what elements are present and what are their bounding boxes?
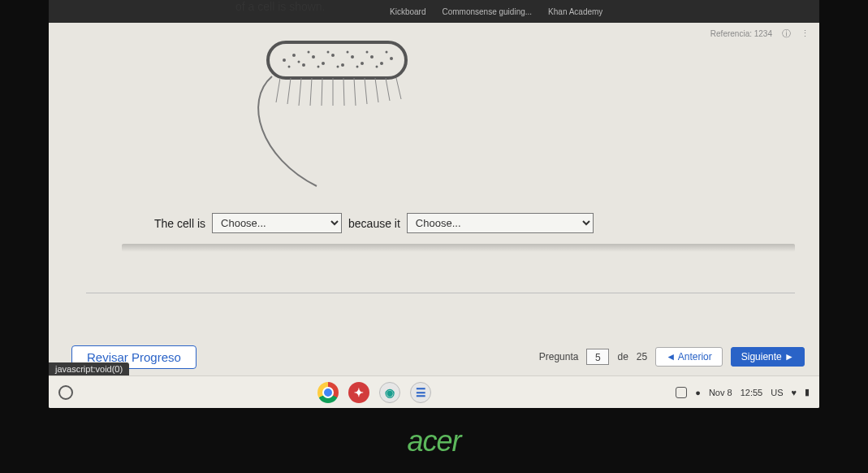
current-question-number: 5	[586, 349, 609, 365]
svg-point-15	[308, 51, 310, 54]
svg-point-14	[298, 61, 300, 63]
svg-point-19	[347, 51, 349, 54]
svg-point-3	[302, 63, 305, 67]
system-tray[interactable]: ● Nov 8 12:55 US ♥ ▮	[676, 387, 810, 398]
svg-line-34	[386, 78, 390, 101]
reason-select[interactable]: Choose...	[407, 213, 594, 233]
sentence-text: The cell is	[154, 217, 205, 230]
svg-line-26	[299, 78, 301, 106]
svg-point-18	[337, 66, 339, 68]
wifi-icon: ♥	[791, 388, 797, 397]
svg-line-25	[287, 78, 291, 104]
svg-line-31	[354, 78, 356, 106]
svg-point-16	[317, 66, 320, 68]
svg-point-8	[351, 55, 354, 59]
svg-line-32	[365, 78, 367, 104]
svg-point-9	[361, 62, 364, 65]
tray-icon[interactable]	[676, 387, 687, 398]
svg-point-17	[327, 51, 330, 54]
svg-point-10	[370, 55, 374, 59]
svg-line-30	[343, 78, 344, 106]
notification-icon[interactable]: ●	[695, 388, 701, 397]
app-icon[interactable]: ✦	[348, 382, 369, 403]
monitor-brand-logo: acer	[407, 424, 460, 458]
status-bar-link: javascript:void(0)	[49, 362, 129, 375]
app-icon[interactable]: ☰	[410, 382, 431, 403]
svg-line-24	[276, 78, 280, 102]
svg-point-1	[283, 59, 286, 62]
svg-line-28	[322, 78, 322, 106]
svg-point-6	[331, 54, 335, 57]
svg-point-4	[312, 55, 315, 59]
launcher-icon[interactable]	[58, 385, 73, 400]
battery-icon: ▮	[805, 387, 810, 397]
previous-button[interactable]: ◄ Anterior	[655, 347, 723, 367]
svg-point-12	[390, 57, 393, 60]
shelf-lang: US	[771, 388, 783, 397]
cell-diagram	[235, 28, 430, 190]
screen: Kickboard Commonsense guiding... Khan Ac…	[49, 0, 819, 408]
question-prompt: of a cell is shown.	[235, 0, 787, 13]
shelf-date: Nov 8	[709, 388, 732, 397]
sentence-text: because it	[348, 217, 400, 230]
question-card: of a cell is shown.	[49, 0, 819, 251]
svg-point-21	[366, 51, 369, 54]
svg-point-5	[322, 62, 325, 65]
chromeos-shelf: ✦ ◉ ☰ ● Nov 8 12:55 US ♥ ▮	[49, 375, 819, 408]
svg-line-33	[375, 78, 378, 102]
svg-point-13	[288, 66, 291, 68]
svg-point-7	[341, 63, 344, 67]
of-label: de	[617, 351, 628, 362]
chrome-icon[interactable]	[317, 382, 339, 403]
next-button[interactable]: Siguiente ►	[731, 347, 805, 367]
answer-sentence: The cell is Choose... because it Choose.…	[154, 213, 787, 251]
svg-point-23	[386, 51, 388, 54]
svg-point-2	[292, 54, 296, 57]
svg-point-11	[380, 62, 383, 65]
section-divider	[86, 293, 795, 293]
svg-rect-0	[268, 42, 406, 78]
svg-line-27	[310, 78, 312, 106]
shelf-time: 12:55	[741, 388, 763, 397]
svg-point-20	[356, 66, 359, 68]
question-nav: Pregunta 5 de 25 ◄ Anterior Siguiente ►	[539, 347, 805, 367]
quiz-footer: Revisar Progreso Pregunta 5 de 25 ◄ Ante…	[49, 338, 819, 375]
total-questions: 25	[637, 351, 647, 362]
svg-point-22	[376, 66, 378, 68]
cell-type-select[interactable]: Choose...	[212, 213, 342, 233]
app-icon[interactable]: ◉	[379, 382, 400, 403]
svg-line-35	[396, 78, 401, 99]
question-label: Pregunta	[539, 351, 579, 362]
